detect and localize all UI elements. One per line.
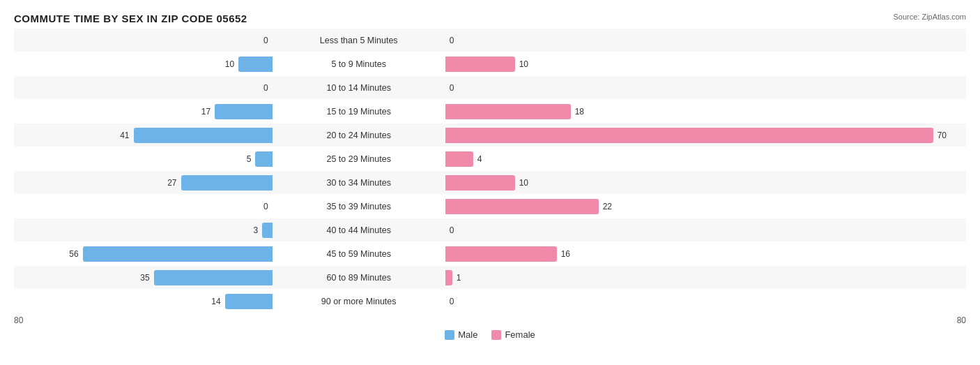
bar-row: 1715 to 19 Minutes18 [14,100,966,123]
male-value: 35 [140,273,149,283]
left-side: 10 [14,52,275,75]
female-bar [445,175,515,191]
bar-label: 30 to 34 Minutes [275,178,443,188]
female-bar [445,151,473,167]
bar-row: 010 to 14 Minutes0 [14,76,966,99]
right-side: 0 [443,218,966,241]
left-side: 41 [14,124,275,147]
legend-male: Male [445,329,477,340]
female-value: 22 [603,202,612,211]
male-value: 41 [120,131,129,140]
male-value: 10 [225,59,234,69]
left-side: 0 [14,29,275,52]
bar-label: 35 to 39 Minutes [275,202,443,211]
left-side: 0 [14,195,275,218]
bar-label: Less than 5 Minutes [275,36,443,45]
right-side: 0 [443,29,966,52]
bar-row: 525 to 29 Minutes4 [14,147,966,170]
axis-right: 80 [957,315,966,325]
male-bar [225,294,273,309]
left-side: 5 [14,147,275,170]
female-value: 4 [477,154,482,164]
bar-row: 0Less than 5 Minutes0 [14,29,966,52]
male-value: 3 [253,225,258,235]
bar-label: 5 to 9 Minutes [275,59,443,69]
female-value: 10 [519,59,528,69]
right-side: 4 [443,147,966,170]
bars-area: 0Less than 5 Minutes0105 to 9 Minutes100… [14,29,966,313]
legend-female: Female [491,329,535,340]
right-side: 0 [443,76,966,99]
left-side: 56 [14,242,275,265]
female-bar [445,246,557,262]
female-bar [445,104,571,119]
right-side: 70 [443,124,966,147]
female-bar [445,128,933,143]
female-bar [445,199,599,214]
male-bar [134,128,273,143]
source-label: Source: ZipAtlas.com [893,13,966,21]
female-value: 16 [561,249,570,259]
left-side: 27 [14,171,275,194]
bar-row: 4120 to 24 Minutes70 [14,124,966,147]
bar-label: 40 to 44 Minutes [275,225,443,235]
male-legend-box [445,330,454,340]
male-bar [255,151,272,167]
axis-labels: 80 80 [14,315,966,325]
bar-row: 035 to 39 Minutes22 [14,195,966,218]
female-bar [445,57,515,72]
left-side: 17 [14,100,275,123]
bar-row: 3560 to 89 Minutes1 [14,266,966,289]
male-bar [83,246,273,262]
male-bar [181,175,273,191]
bar-label: 45 to 59 Minutes [275,249,443,259]
right-side: 10 [443,52,966,75]
right-side: 16 [443,242,966,265]
female-value: 0 [450,297,454,306]
bar-row: 105 to 9 Minutes10 [14,52,966,75]
bar-row: 2730 to 34 Minutes10 [14,171,966,194]
female-value: 0 [450,83,454,93]
axis-left: 80 [14,315,23,325]
female-value: 10 [519,178,528,188]
right-side: 0 [443,290,966,313]
male-bar [262,223,273,238]
left-side: 14 [14,290,275,313]
female-value: 1 [457,273,461,283]
legend: Male Female [14,329,966,340]
male-bar [215,104,273,119]
male-bar [238,57,273,72]
bar-label: 15 to 19 Minutes [275,107,443,117]
male-bar [154,270,273,285]
male-value: 17 [201,107,210,117]
bar-row: 340 to 44 Minutes0 [14,218,966,241]
right-side: 10 [443,171,966,194]
male-value: 5 [247,154,252,164]
male-value: 27 [167,178,176,188]
male-value: 0 [263,83,268,93]
female-bar [445,270,452,285]
left-side: 3 [14,218,275,241]
left-side: 0 [14,76,275,99]
bar-row: 1490 or more Minutes0 [14,290,966,313]
bar-label: 60 to 89 Minutes [275,273,443,283]
left-side: 35 [14,266,275,289]
female-value: 0 [450,225,454,235]
female-legend-label: Female [505,329,535,340]
bar-label: 20 to 24 Minutes [275,131,443,140]
chart-title: COMMUTE TIME BY SEX IN ZIP CODE 05652 [14,13,966,24]
right-side: 1 [443,266,966,289]
bar-label: 25 to 29 Minutes [275,154,443,164]
bar-label: 10 to 14 Minutes [275,83,443,93]
bar-row: 5645 to 59 Minutes16 [14,242,966,265]
female-value: 70 [937,131,947,140]
female-value: 0 [450,36,454,45]
male-value: 0 [263,36,268,45]
female-value: 18 [575,107,584,117]
male-value: 56 [69,249,78,259]
right-side: 22 [443,195,966,218]
chart-container: COMMUTE TIME BY SEX IN ZIP CODE 05652 So… [0,0,980,365]
male-legend-label: Male [458,329,477,340]
male-value: 0 [263,202,268,211]
female-legend-box [491,330,501,340]
